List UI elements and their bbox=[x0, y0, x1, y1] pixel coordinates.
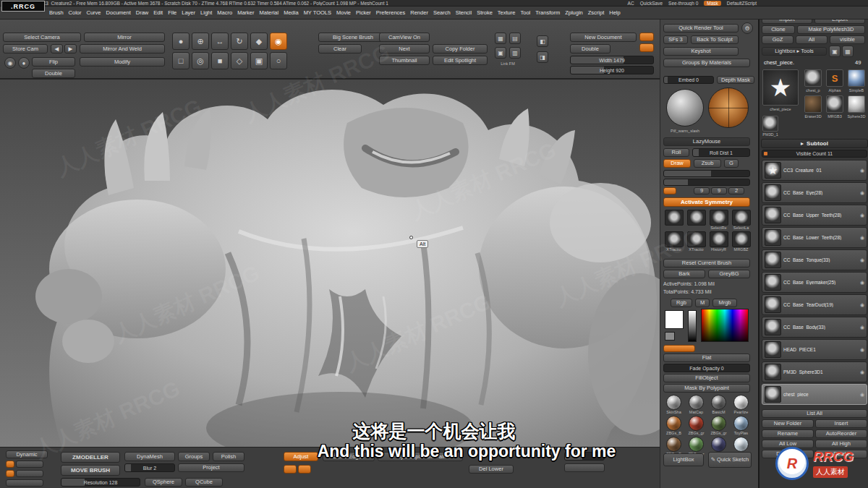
fsize-button[interactable] bbox=[639, 43, 654, 52]
draw-size-slider[interactable] bbox=[663, 170, 750, 177]
material-preview-sphere[interactable] bbox=[666, 89, 704, 127]
blur-slider[interactable]: Blur 2 bbox=[124, 463, 175, 472]
lightbox-tools-button[interactable]: Lightbox ▸ Tools bbox=[762, 47, 827, 56]
misc-button[interactable] bbox=[564, 463, 605, 472]
doc-width-slider[interactable]: Width 1479 bbox=[570, 56, 654, 64]
menu-item[interactable]: Search bbox=[433, 9, 451, 16]
shelf-tool-icon[interactable]: ■ bbox=[211, 52, 229, 69]
brush-item[interactable] bbox=[663, 210, 684, 230]
subtool-row[interactable]: CC3_Creature_01 ◉ bbox=[762, 160, 867, 181]
shelf-tool-icon[interactable]: ◆ bbox=[250, 33, 268, 50]
shelf-tool-icon[interactable]: ◎ bbox=[192, 52, 209, 69]
z-intensity-slider[interactable] bbox=[663, 179, 750, 186]
shelf-tool-icon[interactable]: □ bbox=[172, 52, 190, 69]
activate-symmetry-button[interactable]: Activate Symmetry bbox=[663, 197, 750, 207]
subtool-row[interactable]: PM3D_Sphere3D1 ◉ bbox=[762, 361, 867, 382]
eye-icon[interactable]: ◉ bbox=[860, 213, 864, 218]
main-color-swatch[interactable] bbox=[665, 310, 684, 329]
all-button[interactable]: All bbox=[796, 35, 827, 44]
subtool-section-header[interactable]: ▸ Subtool bbox=[761, 139, 868, 148]
subtool-row[interactable]: HEAD_PIECE1 ◉ bbox=[762, 339, 867, 360]
pixel-toggle-button[interactable] bbox=[663, 187, 676, 194]
material-item[interactable]: MatCap bbox=[686, 395, 707, 414]
shelf-tool-icon[interactable]: ↻ bbox=[231, 33, 248, 50]
menu-item[interactable]: Movie bbox=[336, 9, 351, 16]
zsub-button[interactable]: Zsub bbox=[694, 159, 721, 168]
menu-item[interactable]: Zscript bbox=[588, 9, 605, 16]
eye-icon[interactable]: ◉ bbox=[860, 392, 864, 398]
double-button[interactable]: Double bbox=[32, 69, 75, 78]
material-item[interactable]: Pearlize bbox=[731, 395, 752, 414]
eye-icon[interactable]: ◉ bbox=[860, 257, 864, 263]
title-status-item[interactable]: AC bbox=[628, 1, 634, 6]
double-document-button[interactable]: Double bbox=[570, 44, 610, 53]
eye-icon[interactable]: ◉ bbox=[860, 302, 864, 308]
secondary-color-swatch[interactable] bbox=[665, 332, 675, 341]
title-status-item[interactable]: QuickSave bbox=[640, 1, 663, 6]
tool-thumbnail-active[interactable]: ★ bbox=[762, 69, 799, 106]
goz-button[interactable]: GoZ bbox=[762, 35, 793, 44]
material-item[interactable]: BasicM bbox=[708, 395, 729, 414]
alpha-preview-circle[interactable] bbox=[708, 87, 749, 128]
g-button[interactable]: G bbox=[724, 159, 739, 168]
edit-spotlight-button[interactable]: Edit Spotlight bbox=[433, 56, 488, 65]
mini-toggle-c[interactable] bbox=[284, 465, 297, 474]
alphas-plugin-icon[interactable]: S bbox=[826, 69, 843, 87]
brush-item[interactable]: SelectLa bbox=[731, 210, 752, 230]
subtool-action-button[interactable]: List All bbox=[762, 409, 867, 418]
grid-small-icon[interactable]: ▦ bbox=[842, 46, 854, 57]
eye-icon[interactable]: ◉ bbox=[860, 369, 864, 375]
subtool-row[interactable]: CC_Base_Eyemaker(25) ◉ bbox=[762, 272, 867, 293]
menu-item[interactable]: Layer bbox=[182, 9, 195, 16]
menu-item[interactable]: Texture bbox=[498, 9, 516, 16]
folder-small-icon[interactable]: ▣ bbox=[829, 46, 841, 57]
copy-folder-button[interactable]: Copy Folder bbox=[433, 44, 488, 53]
menu-item[interactable]: Transform bbox=[535, 9, 560, 16]
page-icon[interactable]: ▤ bbox=[509, 33, 521, 44]
menu-item[interactable]: Zplugin bbox=[565, 9, 583, 16]
reset-current-brush-button[interactable]: Reset Current Brush bbox=[663, 259, 750, 267]
subtool-row[interactable]: CC_Base_Lower_Teeth(28) ◉ bbox=[762, 227, 867, 248]
shelf-tool-icon[interactable]: ● bbox=[172, 33, 190, 50]
brush-item[interactable]: SelectRe bbox=[708, 210, 729, 230]
menu-item[interactable]: Light bbox=[200, 9, 212, 16]
menu-item[interactable]: Draw bbox=[136, 9, 149, 16]
flip-button[interactable]: Flip bbox=[32, 57, 75, 67]
brush-item[interactable]: XTractio bbox=[686, 231, 707, 252]
menu-item[interactable]: Picker bbox=[356, 9, 371, 16]
move-brush-button[interactable]: MOVE BRUSH bbox=[61, 465, 120, 476]
menu-item[interactable]: MY TOOLS bbox=[304, 9, 331, 16]
subtool-row[interactable]: CC_Base_TearDuct(19) ◉ bbox=[762, 294, 867, 315]
fade-opacity-slider[interactable]: Fade Opacity 0 bbox=[663, 364, 750, 372]
subtool-row[interactable]: CC_Base_Upper_Teeth(28) ◉ bbox=[762, 205, 867, 226]
menu-item[interactable]: Media bbox=[284, 9, 298, 16]
del-lower-button[interactable]: Del Lower bbox=[469, 465, 514, 474]
title-status-item[interactable]: See-through 0 bbox=[668, 1, 698, 6]
tool-thumbnail[interactable] bbox=[848, 69, 865, 87]
sculpt-viewport[interactable]: Alt bbox=[0, 80, 660, 447]
camera-icon[interactable]: ◉ bbox=[4, 57, 16, 69]
menu-item[interactable]: Brush bbox=[49, 9, 64, 16]
store-cam-button[interactable]: Store Cam bbox=[3, 44, 48, 53]
eye-icon[interactable]: ◉ bbox=[860, 168, 864, 174]
sphere-icon[interactable]: ● bbox=[18, 57, 30, 69]
material-item[interactable]: SkinSha bbox=[663, 395, 684, 414]
layers-icon[interactable]: ▥ bbox=[509, 47, 521, 59]
back-to-sculpt-button[interactable]: Back To Sculpt bbox=[691, 35, 739, 44]
eye-icon[interactable]: ◉ bbox=[860, 347, 864, 353]
sym-y-button[interactable]: 9 bbox=[711, 187, 727, 194]
dynamic-button[interactable]: Dynamic bbox=[6, 450, 48, 458]
sym-z-button[interactable]: 2 bbox=[728, 187, 744, 194]
visible-button[interactable]: visible bbox=[830, 35, 865, 44]
doc-height-slider[interactable]: Height 920 bbox=[570, 66, 654, 74]
draw-mode-button[interactable]: Draw bbox=[663, 159, 691, 168]
menu-item[interactable]: Render bbox=[410, 9, 428, 16]
lazymouse-button[interactable]: LazyMouse bbox=[663, 137, 750, 146]
groups-by-materials-button[interactable]: Groups By Materials bbox=[663, 59, 750, 67]
shelf-tool-icon[interactable]: ⊕ bbox=[192, 33, 209, 50]
menu-item[interactable]: Marker bbox=[237, 9, 254, 16]
brush-item[interactable]: XTractio bbox=[663, 231, 684, 252]
clone-button[interactable]: Clone bbox=[762, 25, 795, 34]
project-button[interactable]: Project bbox=[178, 463, 244, 472]
keyshot-button[interactable]: Keyshot bbox=[663, 47, 739, 56]
